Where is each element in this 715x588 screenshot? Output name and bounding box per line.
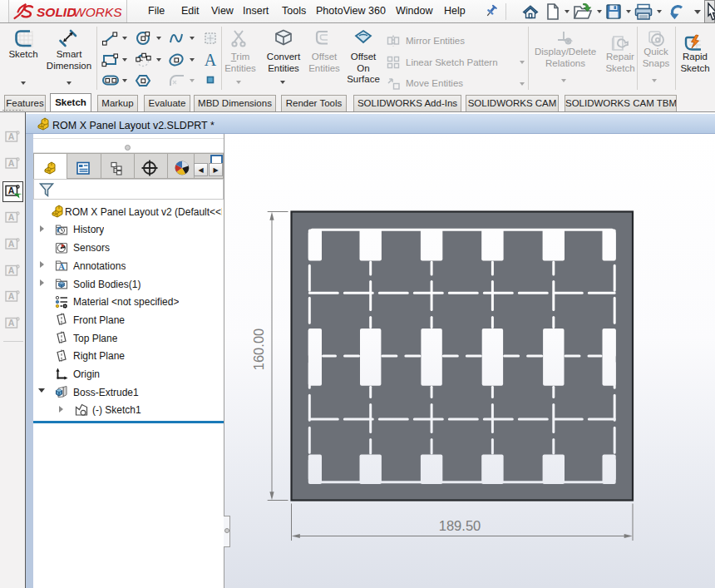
svg-text:A: A bbox=[8, 291, 15, 301]
svg-text:A: A bbox=[8, 131, 15, 141]
svg-text:A: A bbox=[58, 262, 65, 271]
svg-text:A: A bbox=[8, 158, 15, 168]
svg-text:160.00: 160.00 bbox=[251, 329, 266, 370]
svg-text:SOLID: SOLID bbox=[37, 5, 76, 19]
svg-text:A: A bbox=[8, 212, 15, 222]
svg-text:A: A bbox=[8, 239, 15, 249]
svg-text:A: A bbox=[8, 318, 15, 328]
svg-text:A: A bbox=[8, 185, 15, 195]
svg-text:A: A bbox=[205, 52, 217, 68]
svg-text:A: A bbox=[8, 265, 15, 275]
svg-text:WORKS: WORKS bbox=[73, 5, 122, 19]
svg-text:189.50: 189.50 bbox=[439, 518, 481, 533]
